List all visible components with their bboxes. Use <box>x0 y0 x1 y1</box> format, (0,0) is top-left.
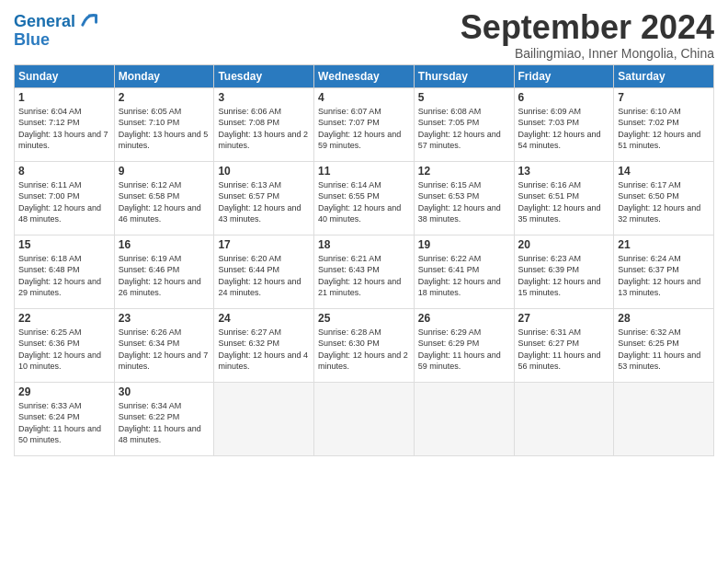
day-number: 13 <box>518 165 610 178</box>
day-detail: Sunrise: 6:33 AMSunset: 6:24 PMDaylight:… <box>18 401 101 445</box>
calendar-cell <box>314 382 415 455</box>
day-detail: Sunrise: 6:17 AMSunset: 6:50 PMDaylight:… <box>618 180 700 224</box>
calendar-cell: 29Sunrise: 6:33 AMSunset: 6:24 PMDayligh… <box>15 382 115 455</box>
calendar-cell: 30Sunrise: 6:34 AMSunset: 6:22 PMDayligh… <box>114 382 214 455</box>
calendar-cell: 13Sunrise: 6:16 AMSunset: 6:51 PMDayligh… <box>514 161 614 235</box>
day-number: 7 <box>618 91 710 104</box>
day-detail: Sunrise: 6:06 AMSunset: 7:08 PMDaylight:… <box>218 107 308 151</box>
logo-blue: Blue <box>14 31 97 48</box>
day-detail: Sunrise: 6:27 AMSunset: 6:32 PMDaylight:… <box>218 327 308 372</box>
calendar-cell: 14Sunrise: 6:17 AMSunset: 6:50 PMDayligh… <box>614 161 714 235</box>
day-detail: Sunrise: 6:24 AMSunset: 6:37 PMDaylight:… <box>618 254 700 298</box>
day-number: 23 <box>119 312 210 325</box>
day-number: 4 <box>318 91 410 104</box>
day-detail: Sunrise: 6:19 AMSunset: 6:46 PMDaylight:… <box>119 254 201 298</box>
day-number: 26 <box>418 312 510 325</box>
day-number: 30 <box>119 385 210 398</box>
day-detail: Sunrise: 6:16 AMSunset: 6:51 PMDaylight:… <box>518 180 601 224</box>
day-number: 28 <box>618 312 710 325</box>
day-detail: Sunrise: 6:14 AMSunset: 6:55 PMDaylight:… <box>318 180 401 224</box>
day-detail: Sunrise: 6:28 AMSunset: 6:30 PMDaylight:… <box>318 327 408 372</box>
day-number: 18 <box>318 238 410 251</box>
calendar-cell <box>514 382 614 455</box>
day-number: 9 <box>119 165 210 178</box>
day-number: 5 <box>418 91 510 104</box>
calendar-cell: 3Sunrise: 6:06 AMSunset: 7:08 PMDaylight… <box>214 87 314 161</box>
calendar-week-4: 22Sunrise: 6:25 AMSunset: 6:36 PMDayligh… <box>15 308 714 382</box>
calendar-header-tuesday: Tuesday <box>214 64 314 87</box>
calendar-cell: 7Sunrise: 6:10 AMSunset: 7:02 PMDaylight… <box>614 87 714 161</box>
calendar-cell: 23Sunrise: 6:26 AMSunset: 6:34 PMDayligh… <box>114 308 214 382</box>
location-subtitle: Bailingmiao, Inner Mongolia, China <box>461 46 714 61</box>
calendar-cell: 11Sunrise: 6:14 AMSunset: 6:55 PMDayligh… <box>314 161 415 235</box>
calendar-cell: 24Sunrise: 6:27 AMSunset: 6:32 PMDayligh… <box>214 308 314 382</box>
calendar-header-saturday: Saturday <box>614 64 714 87</box>
calendar-week-2: 8Sunrise: 6:11 AMSunset: 7:00 PMDaylight… <box>15 161 714 235</box>
day-detail: Sunrise: 6:34 AMSunset: 6:22 PMDaylight:… <box>119 401 201 445</box>
title-block: September 2024 Bailingmiao, Inner Mongol… <box>461 9 714 61</box>
calendar-cell: 5Sunrise: 6:08 AMSunset: 7:05 PMDaylight… <box>414 87 514 161</box>
month-title: September 2024 <box>461 9 714 46</box>
calendar-table: SundayMondayTuesdayWednesdayThursdayFrid… <box>14 64 714 456</box>
day-number: 16 <box>119 238 210 251</box>
day-detail: Sunrise: 6:25 AMSunset: 6:36 PMDaylight:… <box>18 327 101 372</box>
calendar-week-3: 15Sunrise: 6:18 AMSunset: 6:48 PMDayligh… <box>15 235 714 308</box>
day-detail: Sunrise: 6:12 AMSunset: 6:58 PMDaylight:… <box>119 180 201 224</box>
calendar-cell: 9Sunrise: 6:12 AMSunset: 6:58 PMDaylight… <box>114 161 214 235</box>
day-detail: Sunrise: 6:22 AMSunset: 6:41 PMDaylight:… <box>418 254 501 298</box>
calendar-header-monday: Monday <box>114 64 214 87</box>
day-detail: Sunrise: 6:20 AMSunset: 6:44 PMDaylight:… <box>218 254 301 298</box>
calendar-cell: 6Sunrise: 6:09 AMSunset: 7:03 PMDaylight… <box>514 87 614 161</box>
day-detail: Sunrise: 6:26 AMSunset: 6:34 PMDaylight:… <box>119 327 209 372</box>
day-detail: Sunrise: 6:15 AMSunset: 6:53 PMDaylight:… <box>418 180 501 224</box>
calendar-cell <box>214 382 314 455</box>
day-number: 10 <box>218 165 310 178</box>
day-number: 12 <box>418 165 510 178</box>
calendar-cell: 17Sunrise: 6:20 AMSunset: 6:44 PMDayligh… <box>214 235 314 308</box>
logo-text: General <box>14 13 75 31</box>
day-number: 27 <box>518 312 610 325</box>
day-number: 11 <box>318 165 410 178</box>
day-number: 21 <box>618 238 710 251</box>
calendar-cell: 16Sunrise: 6:19 AMSunset: 6:46 PMDayligh… <box>114 235 214 308</box>
calendar-cell: 15Sunrise: 6:18 AMSunset: 6:48 PMDayligh… <box>15 235 115 308</box>
calendar-cell: 22Sunrise: 6:25 AMSunset: 6:36 PMDayligh… <box>15 308 115 382</box>
day-detail: Sunrise: 6:10 AMSunset: 7:02 PMDaylight:… <box>618 107 700 151</box>
logo: General Blue <box>14 13 97 48</box>
day-number: 1 <box>18 91 110 104</box>
day-detail: Sunrise: 6:18 AMSunset: 6:48 PMDaylight:… <box>18 254 101 298</box>
calendar-header-wednesday: Wednesday <box>314 64 415 87</box>
calendar-cell: 4Sunrise: 6:07 AMSunset: 7:07 PMDaylight… <box>314 87 415 161</box>
calendar-cell: 10Sunrise: 6:13 AMSunset: 6:57 PMDayligh… <box>214 161 314 235</box>
calendar-cell: 21Sunrise: 6:24 AMSunset: 6:37 PMDayligh… <box>614 235 714 308</box>
day-number: 17 <box>218 238 310 251</box>
day-number: 24 <box>218 312 310 325</box>
calendar-header-thursday: Thursday <box>414 64 514 87</box>
day-detail: Sunrise: 6:23 AMSunset: 6:39 PMDaylight:… <box>518 254 601 298</box>
calendar-header-sunday: Sunday <box>15 64 115 87</box>
day-number: 6 <box>518 91 610 104</box>
day-detail: Sunrise: 6:13 AMSunset: 6:57 PMDaylight:… <box>218 180 301 224</box>
day-number: 3 <box>218 91 310 104</box>
day-detail: Sunrise: 6:31 AMSunset: 6:27 PMDaylight:… <box>518 327 601 372</box>
header: General Blue September 2024 Bailingmiao,… <box>14 9 714 61</box>
calendar-header-row: SundayMondayTuesdayWednesdayThursdayFrid… <box>15 64 714 87</box>
calendar-cell: 1Sunrise: 6:04 AMSunset: 7:12 PMDaylight… <box>15 87 115 161</box>
day-detail: Sunrise: 6:05 AMSunset: 7:10 PMDaylight:… <box>119 107 209 151</box>
day-number: 22 <box>18 312 110 325</box>
calendar-week-1: 1Sunrise: 6:04 AMSunset: 7:12 PMDaylight… <box>15 87 714 161</box>
day-detail: Sunrise: 6:32 AMSunset: 6:25 PMDaylight:… <box>618 327 700 372</box>
calendar-cell: 2Sunrise: 6:05 AMSunset: 7:10 PMDaylight… <box>114 87 214 161</box>
day-detail: Sunrise: 6:04 AMSunset: 7:12 PMDaylight:… <box>18 107 108 151</box>
day-detail: Sunrise: 6:07 AMSunset: 7:07 PMDaylight:… <box>318 107 401 151</box>
day-detail: Sunrise: 6:29 AMSunset: 6:29 PMDaylight:… <box>418 327 501 372</box>
calendar-week-5: 29Sunrise: 6:33 AMSunset: 6:24 PMDayligh… <box>15 382 714 455</box>
calendar-cell: 27Sunrise: 6:31 AMSunset: 6:27 PMDayligh… <box>514 308 614 382</box>
calendar-cell: 26Sunrise: 6:29 AMSunset: 6:29 PMDayligh… <box>414 308 514 382</box>
day-number: 14 <box>618 165 710 178</box>
day-number: 20 <box>518 238 610 251</box>
calendar-cell: 28Sunrise: 6:32 AMSunset: 6:25 PMDayligh… <box>614 308 714 382</box>
day-number: 15 <box>18 238 110 251</box>
day-detail: Sunrise: 6:08 AMSunset: 7:05 PMDaylight:… <box>418 107 501 151</box>
logo-icon <box>77 10 97 30</box>
